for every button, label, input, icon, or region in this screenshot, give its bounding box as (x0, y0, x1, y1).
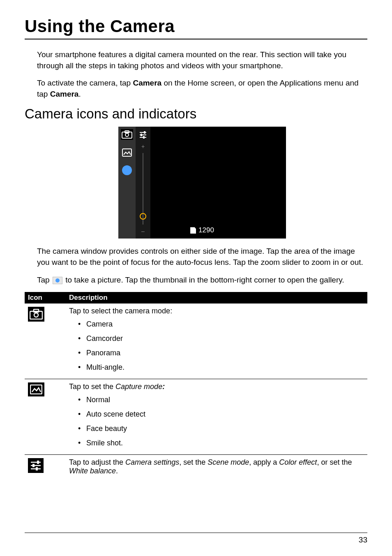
zoom-plus[interactable]: + (141, 143, 145, 150)
text-colon: : (162, 382, 165, 391)
text: to take a picture. Tap the thumbnail in … (63, 276, 344, 284)
list-item: Normal (81, 393, 364, 407)
svg-rect-19 (36, 467, 38, 470)
after-screenshot-paragraph-2: Tap to take a picture. Tap the thumbnail… (37, 275, 367, 286)
list-item: Smile shot. (81, 436, 364, 450)
table-header-description: Description (66, 292, 367, 303)
text: Tap (37, 276, 52, 284)
bold-camera-1: Camera (133, 79, 161, 87)
capture-mode-icon[interactable] (121, 147, 133, 158)
zoom-slider[interactable] (143, 153, 143, 225)
svg-point-2 (125, 133, 129, 137)
text: . (78, 90, 81, 98)
icon-description-table: Icon Description Tap to select the camer… (25, 292, 367, 480)
shots-count: 1290 (198, 226, 214, 234)
row3-text: Tap to adjust the Camera settings, set t… (69, 458, 364, 475)
row2-lead: Tap to set the Capture mode: (69, 382, 364, 391)
svg-point-12 (34, 313, 38, 317)
svg-rect-15 (37, 461, 39, 464)
svg-rect-13 (30, 385, 42, 394)
svg-rect-5 (144, 131, 145, 134)
after-screenshot-paragraph-1: The camera window provides controls on e… (37, 246, 367, 268)
text: , or set the (317, 458, 352, 466)
page-title: Using the Camera (25, 16, 367, 36)
text: Tap to adjust the (69, 458, 125, 466)
page-number: 33 (359, 535, 367, 544)
inline-shutter-icon (53, 277, 62, 284)
camera-sidebar (118, 127, 136, 239)
title-divider (25, 39, 367, 39)
zoom-column: + – (136, 127, 150, 239)
row1-lead: Tap to select the camera mode: (69, 307, 364, 315)
list-item: Camcorder (81, 331, 364, 346)
text: , set the (179, 458, 208, 466)
shots-remaining: 1290 (118, 226, 286, 234)
list-item: Face beauty (81, 422, 364, 436)
table-row: Tap to set the Capture mode: Normal Auto… (25, 379, 367, 455)
text-italic: Scene mode (208, 458, 249, 466)
svg-rect-11 (34, 309, 39, 312)
shutter-button[interactable] (122, 165, 132, 175)
zoom-slider-thumb[interactable] (140, 213, 146, 220)
text: Tap to set the (69, 382, 115, 391)
sd-card-icon (190, 227, 196, 234)
list-item: Panorama (81, 346, 364, 360)
list-item: Multi-angle. (81, 360, 364, 375)
capture-mode-icon (28, 382, 44, 396)
text: , apply a (249, 458, 279, 466)
table-row: Tap to adjust the Camera settings, set t… (25, 455, 367, 480)
list-item: Auto scene detect (81, 407, 364, 422)
text-italic: Color effect (279, 458, 317, 466)
text-italic: Capture mode (115, 382, 162, 391)
list-item: Camera (81, 317, 364, 331)
svg-rect-17 (32, 464, 35, 467)
svg-rect-3 (122, 149, 131, 156)
svg-rect-7 (141, 134, 142, 136)
camera-mode-icon[interactable] (121, 129, 133, 140)
footer-divider (25, 533, 367, 533)
text-italic: White balance (69, 467, 116, 475)
settings-sliders-icon[interactable] (138, 131, 148, 141)
settings-sliders-icon (28, 458, 44, 473)
text: . (116, 467, 118, 475)
text-italic: Camera settings (125, 458, 179, 466)
section-heading: Camera icons and indicators (25, 106, 367, 122)
text: To activate the camera, tap (37, 79, 133, 87)
table-header-icon: Icon (25, 292, 66, 303)
bold-camera-2: Camera (50, 90, 79, 98)
intro-paragraph-2: To activate the camera, tap Camera on th… (37, 78, 367, 100)
camera-mode-icon (28, 307, 44, 322)
camera-screenshot: + – 1290 (118, 127, 286, 239)
svg-rect-9 (143, 136, 145, 139)
intro-paragraph-1: Your smartphone features a digital camer… (37, 49, 367, 71)
table-row: Tap to select the camera mode: Camera Ca… (25, 303, 367, 379)
